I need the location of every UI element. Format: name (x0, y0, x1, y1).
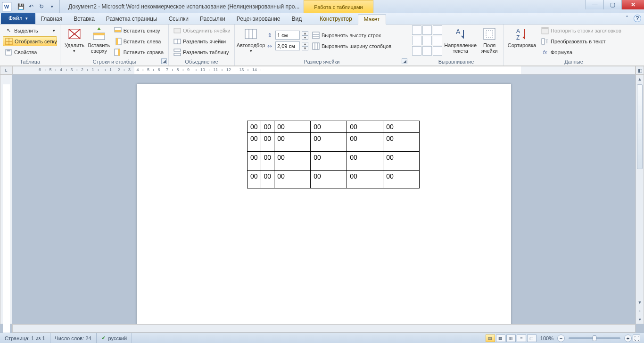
tab-insert[interactable]: Вставка (68, 14, 100, 24)
delete-button[interactable]: Удалить▾ (63, 25, 86, 54)
document-viewport[interactable]: 0000000000000000000000000000000000000000… (12, 74, 636, 324)
width-down[interactable]: ▼ (302, 46, 308, 50)
show-gridlines-button[interactable]: Отобразить сетку (3, 36, 57, 46)
table-cell[interactable]: 00 (311, 171, 347, 188)
align-tl[interactable] (412, 25, 421, 35)
align-bc[interactable] (422, 46, 432, 56)
zoom-in-button[interactable]: + (624, 335, 632, 342)
view-fullscreen[interactable]: ▦ (496, 335, 505, 342)
tab-table-layout[interactable]: Макет (358, 14, 386, 24)
height-down[interactable]: ▼ (302, 35, 308, 40)
align-tr[interactable] (433, 25, 442, 35)
minimize-button[interactable]: — (586, 0, 603, 9)
file-tab[interactable]: Файл▾ (1, 13, 35, 24)
cell-margins-button[interactable]: Поля ячейки (479, 25, 500, 54)
view-print-layout[interactable]: ▤ (486, 335, 495, 342)
height-up[interactable]: ▲ (302, 31, 308, 35)
tab-table-design[interactable]: Конструктор (314, 14, 357, 24)
align-br[interactable] (433, 46, 442, 56)
horizontal-scrollbar[interactable] (12, 324, 636, 333)
zoom-fit-button[interactable]: ⛶ (633, 335, 640, 342)
properties-button[interactable]: Свойства (3, 47, 57, 57)
zoom-slider[interactable] (569, 337, 620, 339)
tab-view[interactable]: Вид (286, 14, 307, 24)
vertical-scrollbar[interactable]: ▲ ▼ ◦ ▾ (636, 74, 644, 324)
distribute-rows-button[interactable]: Выровнять высоту строк (310, 30, 393, 40)
minimize-ribbon-icon[interactable]: ˄ (623, 15, 631, 22)
document-table[interactable]: 0000000000000000000000000000000000000000… (247, 121, 420, 188)
scroll-up-icon[interactable]: ▲ (636, 75, 644, 83)
table-cell[interactable]: 00 (347, 133, 383, 152)
status-words[interactable]: Число слов: 24 (50, 333, 97, 343)
table-cell[interactable]: 00 (274, 133, 311, 152)
autofit-button[interactable]: Автоподбор▾ (238, 25, 264, 54)
vertical-ruler[interactable] (0, 74, 12, 324)
undo-icon[interactable]: ↶ (26, 2, 36, 11)
align-tc[interactable] (422, 25, 432, 35)
qat-more-icon[interactable]: ▾ (47, 2, 57, 11)
insert-right-button[interactable]: Вставить справа (112, 47, 165, 57)
help-icon[interactable]: ? (634, 15, 641, 22)
table-cell[interactable]: 00 (347, 171, 383, 188)
table-cell[interactable]: 00 (261, 133, 274, 152)
table-cell[interactable]: 00 (248, 133, 261, 152)
tab-mailings[interactable]: Рассылки (194, 14, 231, 24)
text-direction-button[interactable]: AНаправление текста (444, 25, 477, 54)
table-cell[interactable]: 00 (248, 171, 261, 188)
align-bl[interactable] (412, 46, 421, 56)
align-mr[interactable] (433, 36, 442, 45)
tab-review[interactable]: Рецензирование (231, 14, 286, 24)
close-button[interactable]: ✕ (621, 0, 644, 9)
table-cell[interactable]: 00 (383, 171, 420, 188)
table-cell[interactable]: 00 (261, 171, 274, 188)
table-cell[interactable]: 00 (383, 133, 420, 152)
table-cell[interactable]: 00 (347, 152, 383, 171)
cellsize-launcher[interactable]: ◢ (402, 58, 407, 64)
horizontal-ruler[interactable]: · 6 · ı · 5 · ı · 4 · ı · 3 · ı · 2 · ı … (12, 66, 636, 74)
tab-home[interactable]: Главная (35, 14, 68, 24)
table-cell[interactable]: 00 (274, 121, 311, 133)
scroll-down-icon[interactable]: ▼ (636, 298, 644, 307)
prev-page-icon[interactable]: ◦ (636, 307, 644, 315)
table-cell[interactable]: 00 (274, 171, 311, 188)
table-cell[interactable]: 00 (248, 121, 261, 133)
view-draft[interactable]: ▢ (527, 335, 537, 342)
zoom-out-button[interactable]: − (557, 335, 565, 342)
scroll-thumb[interactable] (637, 84, 643, 169)
maximize-button[interactable]: ▢ (603, 0, 621, 9)
insert-above-button[interactable]: Вставить сверху (88, 25, 110, 54)
zoom-value[interactable]: 100% (540, 335, 553, 341)
col-width-input[interactable] (275, 41, 300, 50)
table-cell[interactable]: 00 (383, 152, 420, 171)
width-up[interactable]: ▲ (302, 42, 308, 46)
next-page-icon[interactable]: ▾ (636, 315, 644, 324)
formula-button[interactable]: fxФормула (539, 47, 623, 57)
split-table-button[interactable]: Разделить таблицу (172, 47, 232, 57)
select-button[interactable]: ↖Выделить▾ (3, 25, 57, 35)
view-web[interactable]: ▥ (506, 335, 516, 342)
table-cell[interactable]: 00 (274, 152, 311, 171)
status-lang[interactable]: ✔русский (97, 333, 132, 343)
tab-selector[interactable]: L (0, 66, 12, 74)
align-mc[interactable] (422, 36, 432, 45)
table-cell[interactable]: 00 (261, 152, 274, 171)
status-page[interactable]: Страница: 1 из 1 (0, 333, 50, 343)
align-ml[interactable] (412, 36, 421, 45)
side-panel-toggle[interactable]: ◧ (636, 66, 644, 74)
table-cell[interactable]: 00 (311, 121, 347, 133)
insert-below-button[interactable]: Вставить снизу (112, 25, 165, 35)
table-cell[interactable]: 00 (383, 121, 420, 133)
row-height-input[interactable] (275, 31, 300, 40)
convert-to-text-button[interactable]: TПреобразовать в текст (539, 36, 623, 46)
table-cell[interactable]: 00 (311, 133, 347, 152)
tab-layout[interactable]: Разметка страницы (100, 14, 163, 24)
zoom-handle[interactable] (593, 335, 596, 341)
view-outline[interactable]: ≡ (517, 335, 526, 342)
row-height-field[interactable]: ⇕▲▼ (266, 30, 308, 40)
table-cell[interactable]: 00 (261, 121, 274, 133)
redo-icon[interactable]: ↻ (37, 2, 46, 11)
sort-button[interactable]: AZСортировка (506, 25, 537, 48)
save-icon[interactable]: 💾 (16, 2, 25, 11)
distribute-cols-button[interactable]: Выровнять ширину столбцов (310, 41, 393, 51)
insert-left-button[interactable]: Вставить слева (112, 36, 165, 46)
